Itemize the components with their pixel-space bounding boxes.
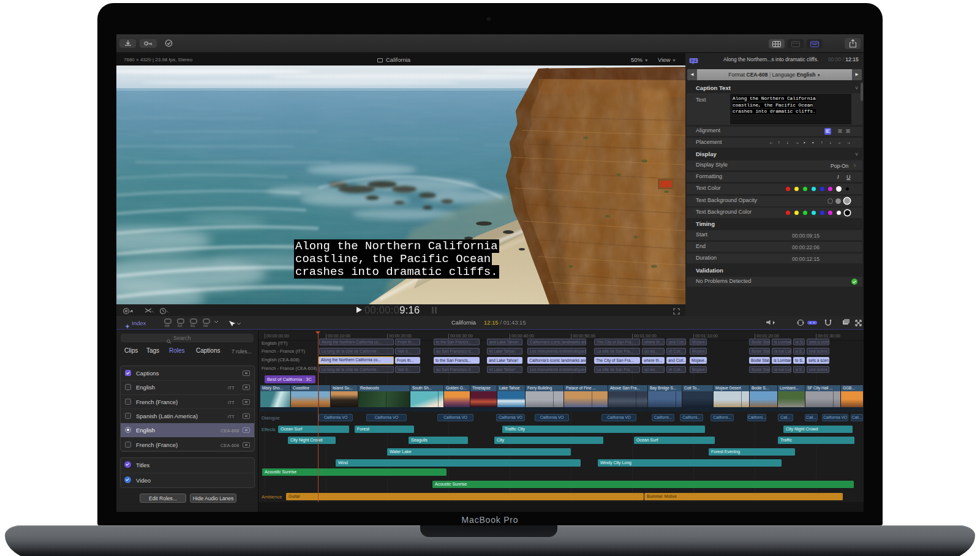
svg-text:601: 601 [190, 325, 195, 328]
svg-text:608: 608 [165, 325, 170, 328]
svg-text:616: 616 [178, 325, 183, 328]
svg-text:660: 660 [203, 325, 208, 328]
